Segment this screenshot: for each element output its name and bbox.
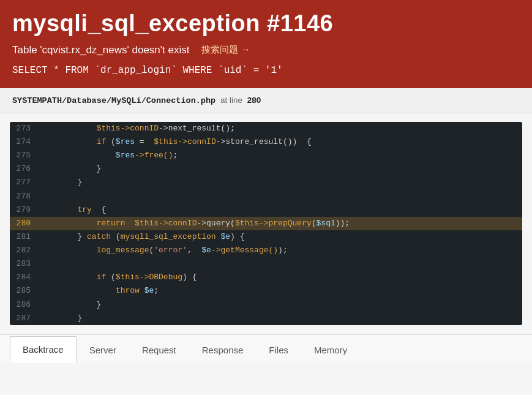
line-content xyxy=(39,258,522,270)
line-content xyxy=(39,190,522,203)
line-number-gutter: 286 xyxy=(10,299,39,311)
line-content: throw $e; xyxy=(39,285,522,297)
file-location-bar: SYSTEMPATH/Database/MySQLi/Connection.ph… xyxy=(0,88,532,113)
line-number-gutter: 277 xyxy=(10,176,39,189)
line-number-gutter: 278 xyxy=(10,190,39,203)
tab-server[interactable]: Server xyxy=(77,336,129,363)
line-content: } xyxy=(39,312,522,325)
line-content: } xyxy=(39,176,522,189)
code-line: 273 $this->connID->next_result(); xyxy=(10,122,522,135)
at-text: at line xyxy=(220,96,242,105)
line-number-gutter: 281 xyxy=(10,231,39,243)
line-number-gutter: 285 xyxy=(10,285,39,297)
code-line: 278 xyxy=(10,190,522,203)
header-subrow: Table 'cqvist.rx_dz_news' doesn't exist … xyxy=(12,44,520,56)
code-line: 280 return $this->connID->query($this->p… xyxy=(10,217,522,230)
line-content: if ($this->DBDebug) { xyxy=(39,271,522,284)
code-line: 281 } catch (mysqli_sql_exception $e) { xyxy=(10,230,522,244)
code-line: 277 } xyxy=(10,176,522,189)
error-table-message: Table 'cqvist.rx_dz_news' doesn't exist xyxy=(12,44,189,56)
error-title: mysqli_sql_exception #1146 xyxy=(12,11,520,37)
code-line: 285 throw $e; xyxy=(10,284,522,298)
line-number-gutter: 287 xyxy=(10,312,39,325)
code-line: 283 xyxy=(10,257,522,271)
code-line: 276 } xyxy=(10,162,522,176)
code-line: 286 } xyxy=(10,298,522,312)
line-number-gutter: 283 xyxy=(10,258,39,270)
code-line: 275 $res->free(); xyxy=(10,149,522,162)
line-content: } xyxy=(39,163,522,175)
code-line: 279 try { xyxy=(10,203,522,217)
tab-files[interactable]: Files xyxy=(256,336,301,363)
tab-response[interactable]: Response xyxy=(189,336,257,363)
line-number-gutter: 282 xyxy=(10,244,39,257)
code-line: 284 if ($this->DBDebug) { xyxy=(10,271,522,284)
line-content: if ($res = $this->connID->store_result()… xyxy=(39,136,522,148)
line-number-gutter: 275 xyxy=(10,149,39,162)
line-number-gutter: 279 xyxy=(10,204,39,216)
code-line: 282 log_message('error', $e->getMessage(… xyxy=(10,244,522,257)
line-number-gutter: 273 xyxy=(10,122,39,135)
line-number: 280 xyxy=(247,96,261,105)
tab-memory[interactable]: Memory xyxy=(301,336,360,363)
code-line: 287 } xyxy=(10,312,522,325)
search-link[interactable]: 搜索问题 → xyxy=(201,44,250,56)
line-content: $this->connID->next_result(); xyxy=(39,122,522,135)
line-content: } catch (mysqli_sql_exception $e) { xyxy=(39,231,522,243)
line-number-gutter: 274 xyxy=(10,136,39,148)
error-header: mysqli_sql_exception #1146 Table 'cqvist… xyxy=(0,0,532,88)
line-content: } xyxy=(39,299,522,311)
line-content: try { xyxy=(39,204,522,216)
error-query: SELECT * FROM `dr_app_login` WHERE `uid`… xyxy=(12,65,520,76)
tabs-bar: BacktraceServerRequestResponseFilesMemor… xyxy=(0,334,532,362)
code-container: 273 $this->connID->next_result();274 if … xyxy=(10,122,522,325)
code-line: 274 if ($res = $this->connID->store_resu… xyxy=(10,135,522,149)
code-block: 273 $this->connID->next_result();274 if … xyxy=(10,122,522,325)
line-number-gutter: 276 xyxy=(10,163,39,175)
tab-backtrace[interactable]: Backtrace xyxy=(10,336,77,363)
line-content: return $this->connID->query($this->prepQ… xyxy=(39,217,522,230)
line-content: log_message('error', $e->getMessage()); xyxy=(39,244,522,257)
line-number-gutter: 284 xyxy=(10,271,39,284)
tab-request[interactable]: Request xyxy=(129,336,189,363)
file-path: SYSTEMPATH/Database/MySQLi/Connection.ph… xyxy=(12,96,215,105)
line-number-gutter: 280 xyxy=(10,217,39,230)
line-content: $res->free(); xyxy=(39,149,522,162)
